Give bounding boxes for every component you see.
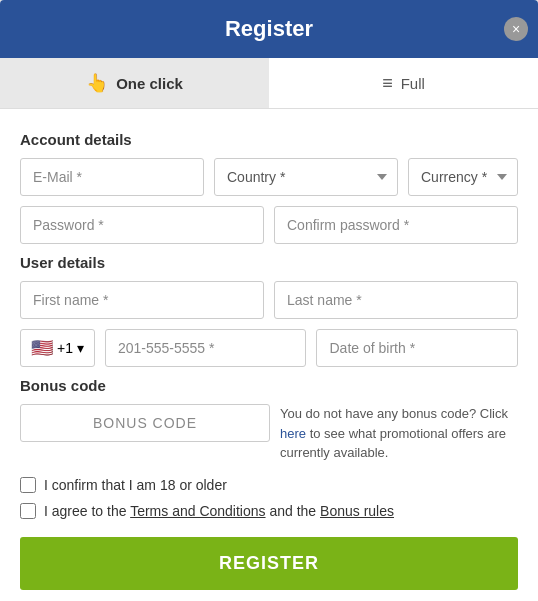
dob-input[interactable] bbox=[316, 329, 518, 367]
phone-row: 🇺🇸 +1 ▾ bbox=[20, 329, 518, 367]
phone-prefix-text: +1 bbox=[57, 340, 73, 356]
confirm-password-input[interactable] bbox=[274, 206, 518, 244]
phone-prefix-button[interactable]: 🇺🇸 +1 ▾ bbox=[20, 329, 95, 367]
last-name-field-wrap bbox=[274, 281, 518, 319]
bonus-input-wrap bbox=[20, 404, 270, 442]
terms-link[interactable]: Terms and Conditions bbox=[130, 503, 265, 519]
one-click-icon: 👆 bbox=[86, 72, 108, 94]
tab-one-click-label: One click bbox=[116, 75, 183, 92]
country-select[interactable]: Country * bbox=[214, 158, 398, 196]
user-section-title: User details bbox=[20, 254, 518, 271]
bonus-row: You do not have any bonus code? Click he… bbox=[20, 404, 518, 463]
first-name-input[interactable] bbox=[20, 281, 264, 319]
full-icon: ≡ bbox=[382, 73, 393, 94]
us-flag-icon: 🇺🇸 bbox=[31, 337, 53, 359]
currency-field-wrap: Currency * bbox=[408, 158, 518, 196]
close-button[interactable]: × bbox=[504, 17, 528, 41]
bonus-info-prefix: You do not have any bonus code? Click bbox=[280, 406, 508, 421]
bonus-info-suffix: to see what promotional offers are curre… bbox=[280, 426, 506, 461]
email-field-wrap bbox=[20, 158, 204, 196]
terms-prefix: I agree to the bbox=[44, 503, 130, 519]
phone-field-wrap bbox=[105, 329, 307, 367]
register-modal: Register × 👆 One click ≡ Full Account de… bbox=[0, 0, 538, 601]
bonus-section: Bonus code You do not have any bonus cod… bbox=[20, 377, 518, 463]
tab-full-label: Full bbox=[401, 75, 425, 92]
terms-agree-row: I agree to the Terms and Conditions and … bbox=[20, 503, 518, 519]
age-confirm-row: I confirm that I am 18 or older bbox=[20, 477, 518, 493]
first-name-field-wrap bbox=[20, 281, 264, 319]
password-input[interactable] bbox=[20, 206, 264, 244]
bonus-rules-link[interactable]: Bonus rules bbox=[320, 503, 394, 519]
user-row-1 bbox=[20, 281, 518, 319]
bonus-here-link[interactable]: here bbox=[280, 426, 306, 441]
tab-bar: 👆 One click ≡ Full bbox=[0, 58, 538, 109]
confirm-password-field-wrap bbox=[274, 206, 518, 244]
phone-prefix-chevron-icon: ▾ bbox=[77, 340, 84, 356]
register-button[interactable]: REGISTER bbox=[20, 537, 518, 590]
modal-header: Register × bbox=[0, 0, 538, 58]
currency-select[interactable]: Currency * bbox=[408, 158, 518, 196]
account-section-title: Account details bbox=[20, 131, 518, 148]
form-body: Account details Country * Currency * bbox=[0, 109, 538, 601]
age-confirm-checkbox[interactable] bbox=[20, 477, 36, 493]
bonus-info-text: You do not have any bonus code? Click he… bbox=[280, 404, 518, 463]
age-confirm-label: I confirm that I am 18 or older bbox=[44, 477, 227, 493]
email-input[interactable] bbox=[20, 158, 204, 196]
last-name-input[interactable] bbox=[274, 281, 518, 319]
bonus-code-input[interactable] bbox=[20, 404, 270, 442]
phone-input[interactable] bbox=[105, 329, 307, 367]
account-row-2 bbox=[20, 206, 518, 244]
country-field-wrap: Country * bbox=[214, 158, 398, 196]
account-row-1: Country * Currency * bbox=[20, 158, 518, 196]
terms-agree-label: I agree to the Terms and Conditions and … bbox=[44, 503, 394, 519]
terms-middle: and the bbox=[266, 503, 321, 519]
tab-one-click[interactable]: 👆 One click bbox=[0, 58, 269, 108]
terms-agree-checkbox[interactable] bbox=[20, 503, 36, 519]
modal-title: Register bbox=[225, 16, 313, 41]
bonus-section-title: Bonus code bbox=[20, 377, 518, 394]
tab-full[interactable]: ≡ Full bbox=[269, 58, 538, 108]
dob-field-wrap bbox=[316, 329, 518, 367]
password-field-wrap bbox=[20, 206, 264, 244]
